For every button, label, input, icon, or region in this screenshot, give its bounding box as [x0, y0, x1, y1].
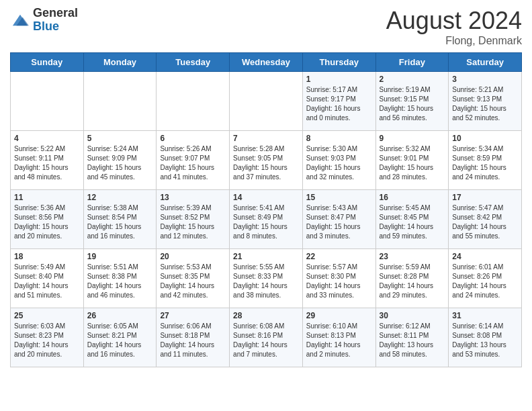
calendar-cell-w2-d1: 4Sunrise: 5:22 AM Sunset: 9:11 PM Daylig…	[11, 131, 84, 190]
logo-blue-text: Blue	[33, 20, 78, 34]
day-info: Sunrise: 5:55 AM Sunset: 8:33 PM Dayligh…	[233, 263, 299, 300]
day-number: 17	[452, 193, 518, 202]
calendar-cell-w2-d5: 8Sunrise: 5:30 AM Sunset: 9:03 PM Daylig…	[302, 131, 375, 190]
calendar-cell-w3-d6: 16Sunrise: 5:45 AM Sunset: 8:45 PM Dayli…	[375, 190, 449, 249]
day-info: Sunrise: 5:38 AM Sunset: 8:54 PM Dayligh…	[87, 203, 153, 241]
day-number: 26	[87, 311, 153, 320]
calendar-cell-w5-d5: 29Sunrise: 6:10 AM Sunset: 8:13 PM Dayli…	[302, 308, 375, 367]
calendar-body: 1Sunrise: 5:17 AM Sunset: 9:17 PM Daylig…	[11, 72, 522, 367]
calendar-cell-w4-d4: 21Sunrise: 5:55 AM Sunset: 8:33 PM Dayli…	[230, 249, 303, 308]
header-monday: Monday	[83, 53, 157, 72]
logo-general-text: General	[33, 7, 78, 20]
day-info: Sunrise: 5:36 AM Sunset: 8:56 PM Dayligh…	[14, 203, 80, 241]
calendar-cell-w3-d2: 12Sunrise: 5:38 AM Sunset: 8:54 PM Dayli…	[83, 190, 157, 249]
day-info: Sunrise: 5:19 AM Sunset: 9:15 PM Dayligh…	[380, 85, 445, 123]
day-info: Sunrise: 5:28 AM Sunset: 9:05 PM Dayligh…	[233, 144, 299, 182]
calendar-cell-w5-d4: 28Sunrise: 6:08 AM Sunset: 8:16 PM Dayli…	[230, 308, 303, 367]
day-number: 22	[306, 252, 372, 261]
day-info: Sunrise: 5:24 AM Sunset: 9:09 PM Dayligh…	[87, 144, 153, 182]
calendar-cell-w4-d1: 18Sunrise: 5:49 AM Sunset: 8:40 PM Dayli…	[11, 249, 84, 308]
day-info: Sunrise: 5:57 AM Sunset: 8:30 PM Dayligh…	[306, 263, 372, 300]
day-info: Sunrise: 5:30 AM Sunset: 9:03 PM Dayligh…	[306, 144, 372, 182]
header-sunday: Sunday	[11, 53, 84, 72]
day-number: 19	[87, 252, 153, 261]
calendar-cell-w4-d5: 22Sunrise: 5:57 AM Sunset: 8:30 PM Dayli…	[302, 249, 375, 308]
day-info: Sunrise: 6:03 AM Sunset: 8:23 PM Dayligh…	[14, 322, 80, 359]
day-number: 28	[233, 311, 299, 320]
day-number: 9	[380, 134, 445, 143]
day-number: 10	[452, 134, 518, 143]
calendar-cell-w3-d3: 13Sunrise: 5:39 AM Sunset: 8:52 PM Dayli…	[157, 190, 230, 249]
month-year-title: August 2024	[386, 7, 522, 35]
calendar-week-2: 4Sunrise: 5:22 AM Sunset: 9:11 PM Daylig…	[11, 131, 522, 190]
day-number: 24	[452, 252, 518, 261]
header-thursday: Thursday	[302, 53, 375, 72]
calendar-week-3: 11Sunrise: 5:36 AM Sunset: 8:56 PM Dayli…	[11, 190, 522, 249]
calendar-cell-w5-d2: 26Sunrise: 6:05 AM Sunset: 8:21 PM Dayli…	[83, 308, 157, 367]
calendar-cell-w4-d3: 20Sunrise: 5:53 AM Sunset: 8:35 PM Dayli…	[157, 249, 230, 308]
day-number: 4	[14, 134, 80, 143]
calendar-week-5: 25Sunrise: 6:03 AM Sunset: 8:23 PM Dayli…	[11, 308, 522, 367]
calendar-cell-w3-d5: 15Sunrise: 5:43 AM Sunset: 8:47 PM Dayli…	[302, 190, 375, 249]
day-info: Sunrise: 5:39 AM Sunset: 8:52 PM Dayligh…	[160, 203, 226, 241]
day-info: Sunrise: 5:53 AM Sunset: 8:35 PM Dayligh…	[160, 263, 226, 300]
logo: General Blue	[10, 7, 78, 34]
day-number: 12	[87, 193, 153, 202]
header-saturday: Saturday	[449, 53, 522, 72]
header-friday: Friday	[375, 53, 449, 72]
calendar-cell-w1-d5: 1Sunrise: 5:17 AM Sunset: 9:17 PM Daylig…	[302, 72, 375, 131]
day-info: Sunrise: 5:22 AM Sunset: 9:11 PM Dayligh…	[14, 144, 80, 182]
weekday-header-row: Sunday Monday Tuesday Wednesday Thursday…	[11, 53, 522, 72]
day-number: 1	[306, 75, 372, 84]
calendar-cell-w5-d1: 25Sunrise: 6:03 AM Sunset: 8:23 PM Dayli…	[11, 308, 84, 367]
day-info: Sunrise: 5:59 AM Sunset: 8:28 PM Dayligh…	[380, 263, 445, 300]
calendar-cell-w2-d6: 9Sunrise: 5:32 AM Sunset: 9:01 PM Daylig…	[375, 131, 449, 190]
day-info: Sunrise: 6:06 AM Sunset: 8:18 PM Dayligh…	[160, 322, 226, 359]
day-number: 27	[160, 311, 226, 320]
day-info: Sunrise: 5:34 AM Sunset: 8:59 PM Dayligh…	[452, 144, 518, 182]
calendar-cell-w4-d6: 23Sunrise: 5:59 AM Sunset: 8:28 PM Dayli…	[375, 249, 449, 308]
calendar-cell-w2-d4: 7Sunrise: 5:28 AM Sunset: 9:05 PM Daylig…	[230, 131, 303, 190]
location-text: Flong, Denmark	[386, 35, 522, 47]
calendar-cell-w1-d2	[83, 72, 157, 131]
day-info: Sunrise: 6:14 AM Sunset: 8:08 PM Dayligh…	[452, 322, 518, 359]
day-number: 16	[380, 193, 445, 202]
day-info: Sunrise: 5:41 AM Sunset: 8:49 PM Dayligh…	[233, 203, 299, 241]
day-info: Sunrise: 5:51 AM Sunset: 8:38 PM Dayligh…	[87, 263, 153, 300]
day-number: 3	[452, 75, 518, 84]
day-info: Sunrise: 5:43 AM Sunset: 8:47 PM Dayligh…	[306, 203, 372, 241]
day-number: 14	[233, 193, 299, 202]
day-info: Sunrise: 6:08 AM Sunset: 8:16 PM Dayligh…	[233, 322, 299, 359]
day-number: 15	[306, 193, 372, 202]
day-info: Sunrise: 5:49 AM Sunset: 8:40 PM Dayligh…	[14, 263, 80, 300]
day-info: Sunrise: 6:10 AM Sunset: 8:13 PM Dayligh…	[306, 322, 372, 359]
calendar-cell-w2-d7: 10Sunrise: 5:34 AM Sunset: 8:59 PM Dayli…	[449, 131, 522, 190]
day-number: 25	[14, 311, 80, 320]
calendar-cell-w1-d7: 3Sunrise: 5:21 AM Sunset: 9:13 PM Daylig…	[449, 72, 522, 131]
calendar-week-4: 18Sunrise: 5:49 AM Sunset: 8:40 PM Dayli…	[11, 249, 522, 308]
day-info: Sunrise: 6:01 AM Sunset: 8:26 PM Dayligh…	[452, 263, 518, 300]
calendar-cell-w1-d4	[230, 72, 303, 131]
day-info: Sunrise: 6:12 AM Sunset: 8:11 PM Dayligh…	[380, 322, 445, 359]
day-info: Sunrise: 5:45 AM Sunset: 8:45 PM Dayligh…	[380, 203, 445, 241]
day-number: 30	[380, 311, 445, 320]
day-number: 6	[160, 134, 226, 143]
day-info: Sunrise: 5:21 AM Sunset: 9:13 PM Dayligh…	[452, 85, 518, 123]
day-number: 21	[233, 252, 299, 261]
calendar-cell-w3-d1: 11Sunrise: 5:36 AM Sunset: 8:56 PM Dayli…	[11, 190, 84, 249]
day-number: 13	[160, 193, 226, 202]
day-number: 29	[306, 311, 372, 320]
header-tuesday: Tuesday	[157, 53, 230, 72]
day-info: Sunrise: 5:17 AM Sunset: 9:17 PM Dayligh…	[306, 85, 372, 123]
day-number: 2	[380, 75, 445, 84]
logo-text: General Blue	[33, 7, 78, 34]
day-number: 23	[380, 252, 445, 261]
day-info: Sunrise: 6:05 AM Sunset: 8:21 PM Dayligh…	[87, 322, 153, 359]
calendar-header: Sunday Monday Tuesday Wednesday Thursday…	[11, 53, 522, 72]
day-number: 20	[160, 252, 226, 261]
day-number: 31	[452, 311, 518, 320]
calendar-cell-w2-d3: 6Sunrise: 5:26 AM Sunset: 9:07 PM Daylig…	[157, 131, 230, 190]
calendar-cell-w3-d4: 14Sunrise: 5:41 AM Sunset: 8:49 PM Dayli…	[230, 190, 303, 249]
calendar-cell-w1-d3	[157, 72, 230, 131]
day-number: 7	[233, 134, 299, 143]
